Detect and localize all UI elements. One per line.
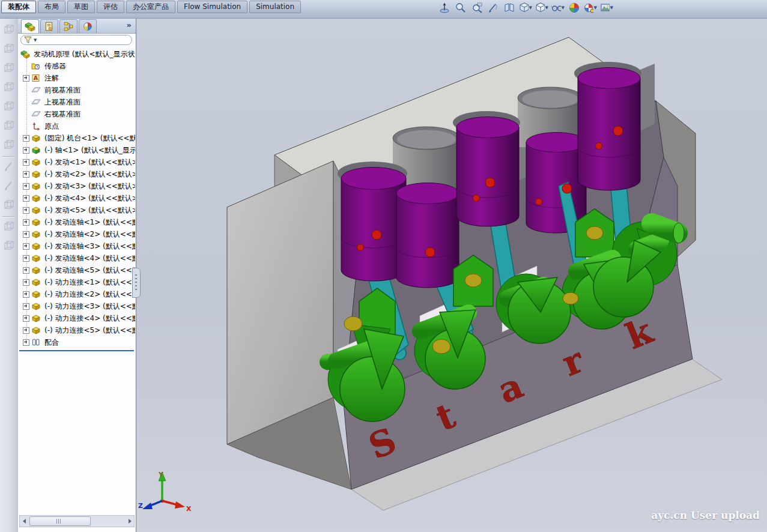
tree-item-component[interactable]: (-) 动力连接<5> (默认<<默 <box>18 324 135 336</box>
convert-entities-icon[interactable] <box>2 198 16 211</box>
panel-overflow-chevron[interactable]: » <box>127 20 132 29</box>
apply-scene-icon[interactable] <box>567 1 581 14</box>
expand-toggle-icon[interactable] <box>23 75 29 82</box>
ribbon-tabs: 装配体 布局 草图 评估 办公室产品 Flow Simulation Simul… <box>1 1 301 13</box>
standard-view-icon[interactable] <box>2 61 16 74</box>
tree-item-component[interactable]: (-) 发动连轴<2> (默认<<默 <box>18 228 135 240</box>
edit-appearance-icon[interactable]: ▼ <box>599 1 613 14</box>
tree-item-component[interactable]: (-) 发动<2> (默认<<默认> <box>18 168 135 180</box>
tree-item-component[interactable]: (-) 发动连轴<1> (默认<<默 <box>18 216 135 228</box>
tree-item-component[interactable]: (固定) 机台<1> (默认<<默认 <box>18 132 135 144</box>
tree-item-label: 原点 <box>44 121 59 131</box>
expand-toggle-icon[interactable] <box>23 267 29 274</box>
pan-icon[interactable] <box>502 1 516 14</box>
dropdown-arrow-icon[interactable]: ▼ <box>594 5 597 10</box>
expand-toggle-icon[interactable] <box>23 243 29 250</box>
rotate-view-icon[interactable] <box>486 1 500 14</box>
expand-toggle-icon[interactable] <box>23 255 29 262</box>
tree-item-component[interactable]: (-) 发动<5> (默认<<默认> <box>18 204 135 216</box>
sketch-icon[interactable] <box>2 160 16 173</box>
tab-sketch[interactable]: 草图 <box>67 1 95 13</box>
view-orientation-icon[interactable]: ▼ <box>518 1 532 14</box>
graphics-viewport[interactable]: S t a r k <box>136 18 767 532</box>
dropdown-arrow-icon[interactable]: ▼ <box>562 5 565 10</box>
tree-item-component[interactable]: (-) 发动连轴<4> (默认<<默 <box>18 252 135 264</box>
standard-view-icon[interactable] <box>2 80 16 94</box>
layered-view-icon[interactable] <box>2 220 16 233</box>
tree-item-component[interactable]: (-) 发动连轴<3> (默认<<默 <box>18 240 135 252</box>
panel-horizontal-scrollbar[interactable] <box>19 515 135 527</box>
tree-item-sensors[interactable]: 传感器 <box>18 60 135 72</box>
zoom-to-fit-icon[interactable] <box>437 1 451 14</box>
expand-toggle-icon[interactable] <box>23 315 29 322</box>
scrollbar-thumb[interactable] <box>29 516 91 526</box>
zoom-in-out-icon[interactable] <box>453 1 467 14</box>
tab-simulation[interactable]: Simulation <box>249 1 301 13</box>
expand-toggle-icon[interactable] <box>23 171 29 178</box>
standard-view-icon[interactable] <box>2 42 16 55</box>
tree-filter-input[interactable]: ▼ <box>20 35 132 45</box>
expand-toggle-icon[interactable] <box>23 183 29 190</box>
hide-show-items-icon[interactable]: ▼ <box>551 1 565 14</box>
dropdown-arrow-icon[interactable]: ▼ <box>545 5 548 10</box>
tree-item-component[interactable]: (-) 动力连接<2> (默认<<默 <box>18 288 135 300</box>
tree-item-component[interactable]: (-) 动力连接<4> (默认<<默 <box>18 312 135 324</box>
rollback-bar[interactable] <box>19 350 134 351</box>
expand-toggle-icon[interactable] <box>23 135 29 142</box>
engine-assembly-model[interactable]: S t a r k <box>136 18 767 532</box>
tree-item-root[interactable]: 发动机原理 (默认<默认_显示状 <box>18 48 135 60</box>
expand-toggle-icon[interactable] <box>23 159 29 166</box>
standard-view-icon[interactable] <box>2 23 16 36</box>
scroll-left-button[interactable] <box>20 516 28 526</box>
tree-item-component[interactable]: (-) 动力连接<1> (默认<<默 <box>18 276 135 288</box>
expand-toggle-icon[interactable] <box>23 231 29 238</box>
tree-item-front-plane[interactable]: 前视基准面 <box>18 84 135 96</box>
layered-view-icon[interactable] <box>2 239 16 252</box>
tree-item-label: (-) 动力连接<2> (默认<<默 <box>44 289 135 300</box>
expand-toggle-icon[interactable] <box>23 303 29 310</box>
tab-flow-simulation[interactable]: Flow Simulation <box>177 1 247 13</box>
tab-office-products[interactable]: 办公室产品 <box>126 1 175 13</box>
filter-dropdown-arrow-icon[interactable]: ▼ <box>34 38 37 43</box>
view-settings-icon[interactable]: ▼ <box>583 1 597 14</box>
panel-splitter-handle[interactable] <box>132 268 141 298</box>
expand-toggle-icon[interactable] <box>23 279 29 286</box>
expand-toggle-icon[interactable] <box>23 219 29 226</box>
expand-toggle-icon[interactable] <box>23 195 29 202</box>
tree-item-component[interactable]: (-) 发动<3> (默认<<默认> <box>18 180 135 192</box>
zoom-to-area-icon[interactable] <box>470 1 484 14</box>
expand-toggle-icon[interactable] <box>23 147 29 154</box>
expand-toggle-icon[interactable] <box>23 291 29 298</box>
mates-icon <box>31 337 41 347</box>
dropdown-arrow-icon[interactable]: ▼ <box>529 5 532 10</box>
display-style-icon[interactable]: ▼ <box>535 1 548 14</box>
tree-item-label: (-) 发动<4> (默认<<默认> <box>44 193 135 204</box>
featuremanager-tree-tab[interactable] <box>21 19 39 33</box>
tab-assembly[interactable]: 装配体 <box>1 1 36 13</box>
tab-layout[interactable]: 布局 <box>38 1 65 13</box>
propertymanager-tab[interactable] <box>40 19 58 33</box>
tree-item-annotations[interactable]: 注解 <box>18 72 135 84</box>
expand-toggle-icon[interactable] <box>23 339 29 346</box>
add-sketch-icon[interactable] <box>2 179 16 192</box>
expand-toggle-icon[interactable] <box>23 327 29 334</box>
tree-item-origin[interactable]: 原点 <box>18 120 135 132</box>
standard-view-icon[interactable] <box>2 100 16 113</box>
tree-item-right-plane[interactable]: 右视基准面 <box>18 108 135 120</box>
part-icon <box>31 169 41 179</box>
tree-item-component[interactable]: (-) 发动<4> (默认<<默认> <box>18 192 135 204</box>
configurationmanager-tab[interactable] <box>59 19 77 33</box>
isometric-view-icon[interactable] <box>2 138 16 151</box>
tree-item-component[interactable]: (-) 发动<1> (默认<<默认> <box>18 156 135 168</box>
tab-evaluate[interactable]: 评估 <box>97 1 124 13</box>
display-manager-tab[interactable] <box>79 19 97 33</box>
standard-view-icon[interactable] <box>2 119 16 132</box>
dropdown-arrow-icon[interactable]: ▼ <box>610 5 613 10</box>
expand-toggle-icon[interactable] <box>23 207 29 214</box>
tree-item-component[interactable]: (-) 发动连轴<5> (默认<<默 <box>18 264 135 276</box>
tree-item-component[interactable]: (-) 轴<1> (默认<默认_显示 <box>18 144 135 156</box>
scroll-right-button[interactable] <box>126 516 134 526</box>
tree-item-mates[interactable]: 配合 <box>18 336 135 348</box>
tree-item-top-plane[interactable]: 上视基准面 <box>18 96 135 108</box>
tree-item-component[interactable]: (-) 动力连接<3> (默认<<默 <box>18 300 135 312</box>
